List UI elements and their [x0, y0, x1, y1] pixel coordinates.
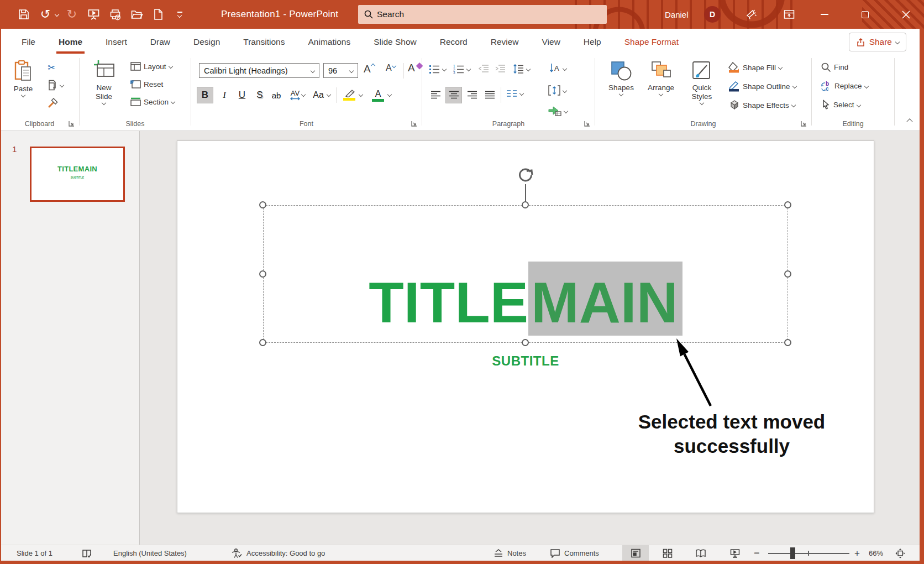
zoom-slider-thumb[interactable]	[790, 547, 795, 559]
undo-dropdown-chevron[interactable]	[55, 12, 59, 17]
change-case-button[interactable]: Aa	[311, 87, 326, 103]
account-name[interactable]: Daniel	[665, 0, 689, 29]
columns-chevron[interactable]	[519, 91, 524, 96]
share-button[interactable]: Share	[849, 33, 906, 51]
columns-button[interactable]	[506, 90, 523, 97]
layout-button[interactable]: Layout	[130, 62, 172, 71]
arrange-button[interactable]: Arrange	[643, 61, 679, 96]
resize-handle-bottom-left[interactable]	[259, 339, 266, 346]
tab-file[interactable]: File	[10, 29, 47, 55]
search-box[interactable]: Search	[358, 5, 607, 24]
align-text-chevron[interactable]	[563, 88, 567, 92]
print-button[interactable]	[107, 4, 123, 24]
align-left-button[interactable]	[428, 87, 443, 103]
text-direction-chevron[interactable]	[563, 66, 567, 70]
open-button[interactable]	[128, 4, 145, 24]
coming-soon-button[interactable]	[741, 0, 763, 29]
tab-slide-show[interactable]: Slide Show	[362, 29, 428, 55]
avatar[interactable]: D	[704, 6, 721, 23]
slide-subtitle-text[interactable]: SUBTITLE	[263, 353, 788, 369]
save-button[interactable]	[15, 4, 32, 24]
font-color-chevron[interactable]	[387, 92, 392, 97]
line-spacing-chevron[interactable]	[526, 66, 531, 71]
font-dialog-launcher[interactable]	[411, 120, 418, 127]
undo-button[interactable]: ↺	[37, 4, 54, 24]
resize-handle-top-center[interactable]	[522, 201, 529, 208]
slide-sorter-view-button[interactable]	[654, 545, 681, 561]
minimize-button[interactable]	[811, 0, 837, 29]
tab-help[interactable]: Help	[572, 29, 613, 55]
paste-button[interactable]: Paste	[7, 60, 40, 97]
comments-button[interactable]: Comments	[550, 545, 599, 561]
new-document-button[interactable]	[150, 4, 166, 24]
normal-view-button[interactable]	[622, 545, 649, 561]
slide-thumbnail[interactable]: TITLEMAIN SUBTITLE	[30, 147, 125, 202]
reset-button[interactable]: Reset	[130, 80, 163, 88]
clear-formatting-button[interactable]: A	[408, 62, 423, 74]
collapse-ribbon-button[interactable]	[906, 118, 912, 124]
zoom-slider-track[interactable]	[768, 553, 849, 554]
tab-home[interactable]: Home	[47, 29, 94, 55]
convert-smartart-button[interactable]	[548, 106, 568, 116]
tab-design[interactable]: Design	[182, 29, 232, 55]
decrease-font-size-button[interactable]: A	[386, 63, 396, 73]
fit-slide-to-window-button[interactable]	[894, 545, 906, 561]
reading-view-button[interactable]	[687, 545, 714, 561]
ribbon-display-options-button[interactable]	[778, 0, 800, 29]
resize-handle-bottom-right[interactable]	[784, 339, 791, 346]
maximize-button[interactable]	[852, 0, 878, 29]
quick-styles-button[interactable]: Quick Styles	[683, 61, 721, 105]
resize-handle-bottom-center[interactable]	[522, 339, 529, 346]
line-spacing-button[interactable]	[513, 64, 530, 74]
font-size-combo[interactable]: 96	[323, 63, 358, 78]
text-direction-button[interactable]: A	[548, 63, 566, 74]
shape-outline-button[interactable]: Shape Outline	[728, 81, 796, 92]
shape-effects-button[interactable]: Shape Effects	[728, 100, 795, 111]
format-painter-button[interactable]	[48, 97, 60, 109]
tab-animations[interactable]: Animations	[296, 29, 362, 55]
underline-button[interactable]: U	[234, 87, 250, 103]
align-text-button[interactable]	[548, 85, 566, 96]
redo-button[interactable]: ↻	[64, 4, 80, 24]
italic-button[interactable]: I	[217, 87, 232, 103]
language-indicator[interactable]: English (United States)	[113, 545, 187, 561]
slide-indicator[interactable]: Slide 1 of 1	[17, 545, 53, 561]
tab-view[interactable]: View	[531, 29, 572, 55]
bullets-button[interactable]	[429, 64, 446, 74]
zoom-level[interactable]: 66%	[869, 545, 883, 561]
strikethrough-button[interactable]: ab	[269, 87, 284, 103]
bold-button[interactable]: B	[197, 87, 213, 103]
increase-font-size-button[interactable]: A	[364, 63, 375, 75]
customize-qat-button[interactable]	[171, 4, 188, 24]
tab-review[interactable]: Review	[479, 29, 531, 55]
zoom-out-button[interactable]: −	[754, 545, 760, 561]
highlight-chevron[interactable]	[359, 92, 363, 97]
cut-button[interactable]: ✂	[48, 63, 55, 72]
tab-transitions[interactable]: Transitions	[232, 29, 296, 55]
align-right-button[interactable]	[464, 87, 480, 103]
spell-check-button[interactable]	[82, 545, 93, 561]
font-color-button[interactable]: A	[370, 87, 386, 103]
text-shadow-button[interactable]: S	[252, 87, 267, 103]
copy-chevron[interactable]	[60, 83, 64, 87]
numbering-button[interactable]: 1 2 3	[453, 64, 470, 74]
rotation-handle[interactable]	[517, 167, 534, 184]
font-name-combo[interactable]: Calibri Light (Headings)	[199, 63, 319, 78]
tab-shape-format[interactable]: Shape Format	[613, 29, 690, 55]
select-button[interactable]: Select	[821, 100, 860, 110]
slide-title-text[interactable]: TITLEMAIN	[263, 272, 788, 333]
increase-indent-button[interactable]	[495, 64, 506, 73]
replace-button[interactable]: b c Replace	[821, 81, 868, 91]
start-slideshow-button[interactable]	[85, 4, 102, 24]
section-button[interactable]: Section	[130, 97, 175, 106]
numbering-chevron[interactable]	[466, 67, 471, 71]
slide-canvas[interactable]: TITLEMAIN SUBTITLE Selected text moved s…	[177, 140, 874, 513]
decrease-indent-button[interactable]	[479, 64, 489, 73]
tab-insert[interactable]: Insert	[94, 29, 139, 55]
paragraph-dialog-launcher[interactable]	[584, 120, 591, 127]
copy-button[interactable]	[48, 80, 64, 91]
clipboard-dialog-launcher[interactable]	[68, 120, 75, 127]
tab-draw[interactable]: Draw	[139, 29, 182, 55]
resize-handle-top-left[interactable]	[259, 201, 266, 208]
new-slide-button[interactable]: New Slide	[86, 60, 122, 105]
